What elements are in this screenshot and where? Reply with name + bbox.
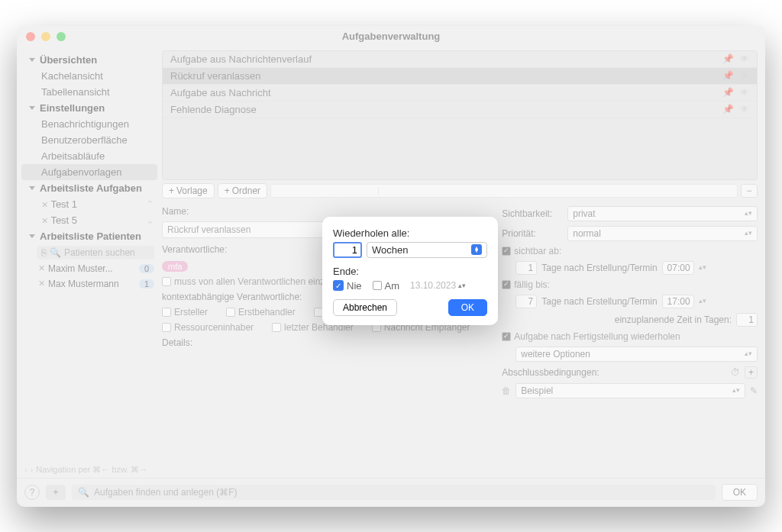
repeat-every-label: Wiederholen alle: [333, 227, 487, 239]
interval-input[interactable] [333, 242, 362, 258]
app-window: Aufgabenverwaltung Übersichten Kachelans… [17, 26, 765, 507]
cancel-button[interactable]: Abbrechen [333, 299, 397, 316]
select-arrow-icon: ▴▾ [471, 244, 482, 255]
ok-button[interactable]: OK [448, 299, 487, 316]
unit-select[interactable]: Wochen ▴▾ [367, 242, 487, 258]
end-label: Ende: [333, 266, 487, 277]
repeat-dialog: Wiederholen alle: Wochen ▴▾ Ende: ✓Nie A… [322, 217, 498, 325]
on-date-checkbox[interactable]: Am [373, 280, 400, 292]
never-checkbox[interactable]: ✓Nie [333, 280, 362, 292]
end-date-display: 13.10.2023 ▴▾ [410, 280, 466, 291]
